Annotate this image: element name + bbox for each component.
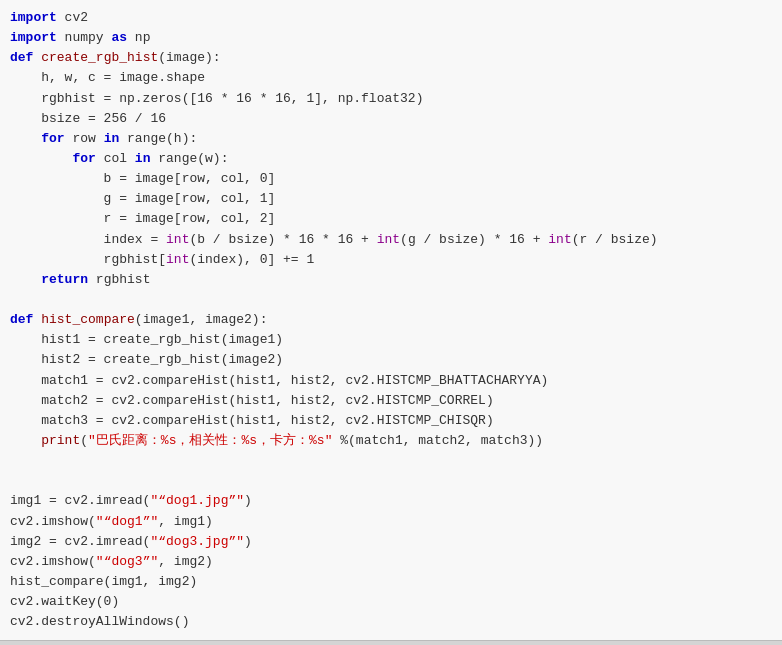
code-editor: import cv2 import numpy as np def create… — [0, 0, 782, 640]
code-line-20: match2 = cv2.compareHist(hist1, hist2, c… — [10, 391, 772, 411]
code-line-11: r = image[row, col, 2] — [10, 209, 772, 229]
status-bar: 巴氏距离：0.6603810499487296，相关性：0.4431973415… — [0, 640, 782, 645]
code-line-12: index = int(b / bsize) * 16 * 16 + int(g… — [10, 230, 772, 250]
code-line-27: img2 = cv2.imread("“dog3.jpg”") — [10, 532, 772, 552]
code-line-21: match3 = cv2.compareHist(hist1, hist2, c… — [10, 411, 772, 431]
code-line-8: for col in range(w): — [10, 149, 772, 169]
code-line-4: h, w, c = image.shape — [10, 68, 772, 88]
code-line-31: cv2.destroyAllWindows() — [10, 612, 772, 632]
code-line-28: cv2.imshow("“dog3”", img2) — [10, 552, 772, 572]
code-line-18: hist2 = create_rgb_hist(image2) — [10, 350, 772, 370]
code-line-13: rgbhist[int(index), 0] += 1 — [10, 250, 772, 270]
code-line-10: g = image[row, col, 1] — [10, 189, 772, 209]
code-line-26: cv2.imshow("“dog1”", img1) — [10, 512, 772, 532]
code-line-16: def hist_compare(image1, image2): — [10, 310, 772, 330]
code-line-14: return rgbhist — [10, 270, 772, 290]
code-line-7: for row in range(h): — [10, 129, 772, 149]
code-line-22: print("巴氏距离：%s，相关性：%s，卡方：%s" %(match1, m… — [10, 431, 772, 451]
code-line-25: img1 = cv2.imread("“dog1.jpg”") — [10, 491, 772, 511]
code-line-5: rgbhist = np.zeros([16 * 16 * 16, 1], np… — [10, 89, 772, 109]
code-line-3: def create_rgb_hist(image): — [10, 48, 772, 68]
code-line-1: import cv2 — [10, 8, 772, 28]
code-line-6: bsize = 256 / 16 — [10, 109, 772, 129]
code-line-9: b = image[row, col, 0] — [10, 169, 772, 189]
code-line-17: hist1 = create_rgb_hist(image1) — [10, 330, 772, 350]
code-line-23 — [10, 451, 772, 471]
code-line-24 — [10, 471, 772, 491]
code-line-15 — [10, 290, 772, 310]
code-line-30: cv2.waitKey(0) — [10, 592, 772, 612]
code-line-19: match1 = cv2.compareHist(hist1, hist2, c… — [10, 371, 772, 391]
code-line-29: hist_compare(img1, img2) — [10, 572, 772, 592]
code-line-2: import numpy as np — [10, 28, 772, 48]
